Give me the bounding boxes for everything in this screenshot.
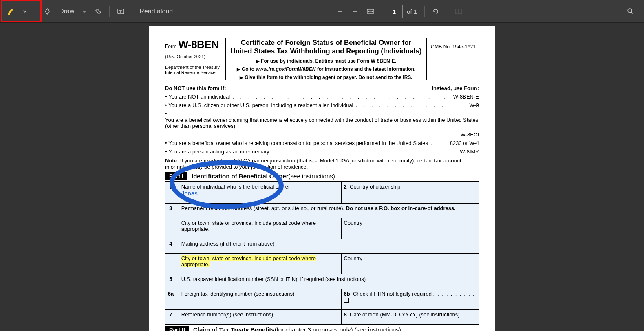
fit-width-icon bbox=[366, 8, 375, 15]
read-aloud-label: Read aloud bbox=[139, 8, 173, 15]
field-1-name[interactable]: Name of individual who is the beneficial… bbox=[179, 182, 341, 203]
svg-rect-0 bbox=[8, 14, 10, 15]
donot-row-3: • You are a beneficial owner claiming th… bbox=[165, 110, 479, 130]
text-tool[interactable] bbox=[113, 3, 128, 20]
donot-row-4: • You are a beneficial owner who is rece… bbox=[165, 139, 479, 147]
omb-number: OMB No. 1545-1621 bbox=[426, 38, 479, 80]
separator bbox=[447, 6, 447, 17]
page-total-label: of 1 bbox=[403, 8, 421, 15]
form-code: W-8BEN bbox=[178, 38, 218, 50]
search-button[interactable] bbox=[623, 3, 638, 20]
highlighter-icon bbox=[7, 7, 15, 15]
page-view-icon bbox=[454, 8, 463, 15]
part-1-header: Part I Identification of Beneficial Owne… bbox=[165, 171, 479, 182]
draw-label: Draw bbox=[59, 8, 74, 15]
field-4-country[interactable]: Country bbox=[341, 253, 479, 274]
form-header: Form W-8BEN (Rev. October 2021) Departme… bbox=[165, 38, 479, 83]
plus-icon bbox=[352, 8, 358, 15]
separator bbox=[36, 6, 36, 17]
page-number-input[interactable] bbox=[386, 5, 403, 18]
zoom-out-button[interactable] bbox=[333, 3, 348, 20]
svg-rect-4 bbox=[459, 9, 462, 14]
field-5-ssn[interactable]: U.S. taxpayer identification number (SSN… bbox=[179, 274, 479, 289]
fatca-note: Note: If you are resident in a FATCA par… bbox=[165, 156, 479, 171]
highlighter-dropdown[interactable] bbox=[19, 3, 31, 20]
text-box-icon bbox=[117, 8, 124, 15]
page-view-button[interactable] bbox=[450, 3, 467, 20]
separator bbox=[424, 6, 425, 17]
svg-rect-3 bbox=[455, 9, 458, 14]
ftin-checkbox[interactable] bbox=[344, 298, 349, 303]
field-3-address[interactable]: Permanent residence address (street, apt… bbox=[179, 203, 479, 218]
donot-row-1: • You are NOT an individual. . . . . . .… bbox=[165, 92, 479, 101]
subtitle-3: ▶Give this form to the withholding agent… bbox=[230, 75, 422, 80]
eraser-icon bbox=[95, 8, 102, 15]
svg-point-5 bbox=[628, 9, 632, 13]
fit-width-button[interactable] bbox=[362, 3, 379, 20]
minus-icon bbox=[337, 8, 344, 15]
rotate-button[interactable] bbox=[428, 3, 443, 20]
pdf-page: Form W-8BEN (Rev. October 2021) Departme… bbox=[149, 26, 495, 331]
department-line1: Department of the Treasury bbox=[165, 65, 222, 70]
pen-tool[interactable] bbox=[40, 3, 55, 20]
part-1-table: 1 Name of individual who is the benefici… bbox=[165, 182, 479, 324]
field-4-city[interactable]: City or town, state or province. Include… bbox=[179, 253, 341, 274]
donot-row-2: • You are a U.S. citizen or other U.S. p… bbox=[165, 101, 479, 110]
pen-icon bbox=[44, 8, 51, 15]
field-6a-ftin[interactable]: Foreign tax identifying number (see inst… bbox=[179, 289, 341, 309]
separator bbox=[132, 6, 132, 17]
revision-date: (Rev. October 2021) bbox=[165, 54, 222, 59]
donot-row-3b: . . . . . . . . . . . . . . . . . . . . … bbox=[165, 130, 479, 139]
subtitle-2: ▶Go to www.irs.gov/FormW8BEN for instruc… bbox=[230, 66, 422, 72]
chevron-down-icon bbox=[23, 9, 27, 13]
rotate-icon bbox=[432, 8, 439, 15]
draw-button[interactable]: Draw bbox=[55, 3, 78, 20]
field-3-country[interactable]: Country bbox=[341, 218, 479, 239]
form-word: Form bbox=[165, 44, 176, 49]
document-viewport[interactable]: Form W-8BEN (Rev. October 2021) Departme… bbox=[0, 23, 644, 331]
department-line2: Internal Revenue Service bbox=[165, 70, 222, 75]
pdf-toolbar: Draw Read aloud of 1 bbox=[0, 0, 644, 23]
field-6b-checkbox[interactable]: 6b Check if FTIN not legally required . … bbox=[341, 289, 479, 309]
donot-header: Do NOT use this form if: Instead, use Fo… bbox=[165, 83, 479, 92]
form-title: Certificate of Foreign Status of Benefic… bbox=[230, 38, 422, 56]
zoom-in-button[interactable] bbox=[348, 3, 362, 20]
separator bbox=[109, 6, 110, 17]
eraser-tool[interactable] bbox=[90, 3, 106, 20]
part-2-header: Part II Claim of Tax Treaty Benefits (fo… bbox=[165, 324, 479, 331]
separator bbox=[382, 6, 382, 17]
highlighter-tool-group bbox=[2, 3, 31, 20]
draw-dropdown[interactable] bbox=[78, 3, 90, 20]
chevron-down-icon bbox=[82, 9, 86, 13]
typed-name: Jonas bbox=[181, 190, 198, 197]
highlighter-tool[interactable] bbox=[2, 3, 19, 20]
field-8-dob[interactable]: 8 Date of birth (MM-DD-YYYY) (see instru… bbox=[341, 309, 479, 324]
subtitle-1: ▶For use by individuals. Entities must u… bbox=[230, 58, 422, 64]
search-icon bbox=[627, 8, 634, 15]
field-3-city[interactable]: City or town, state or province. Include… bbox=[179, 218, 341, 239]
field-7-ref[interactable]: Reference number(s) (see instructions) bbox=[179, 309, 341, 324]
donot-row-5: • You are a person acting as an intermed… bbox=[165, 147, 479, 156]
field-2-citizenship[interactable]: 2 Country of citizenship bbox=[341, 182, 479, 203]
read-aloud-button[interactable]: Read aloud bbox=[135, 3, 177, 20]
field-4-mailing[interactable]: Mailing address (if different from above… bbox=[179, 239, 479, 253]
